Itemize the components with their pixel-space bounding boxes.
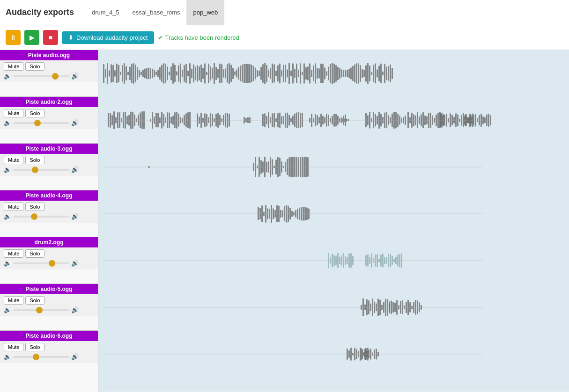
svg-rect-137 bbox=[360, 65, 361, 82]
svg-rect-29 bbox=[157, 70, 159, 77]
svg-rect-119 bbox=[326, 71, 327, 75]
play-button[interactable]: ▶ bbox=[24, 30, 39, 45]
download-button[interactable]: ⬇ Download audacity project bbox=[62, 31, 154, 44]
svg-rect-120 bbox=[328, 67, 329, 80]
svg-rect-128 bbox=[343, 70, 344, 77]
track-1-vol-low-icon: 🔈 bbox=[4, 73, 11, 80]
svg-rect-14 bbox=[129, 67, 131, 80]
svg-rect-11 bbox=[124, 63, 125, 84]
svg-rect-19 bbox=[139, 70, 140, 77]
track-5-solo[interactable]: Solo bbox=[25, 249, 44, 258]
track-6-solo[interactable]: Solo bbox=[25, 296, 44, 305]
track-3-mute[interactable]: Mute bbox=[4, 156, 23, 164]
svg-rect-55 bbox=[206, 72, 207, 75]
track-6-volume[interactable] bbox=[13, 309, 69, 311]
svg-rect-41 bbox=[180, 64, 181, 84]
track-2-solo[interactable]: Solo bbox=[25, 109, 44, 117]
track-2-controls: Mute Solo 🔈 🔊 bbox=[0, 107, 98, 129]
download-icon: ⬇ bbox=[68, 34, 74, 41]
svg-rect-117 bbox=[322, 64, 324, 83]
svg-rect-139 bbox=[363, 70, 365, 77]
track-1-volume[interactable] bbox=[13, 75, 69, 77]
waveform-track-1-bars bbox=[103, 63, 393, 84]
track-4-volume[interactable] bbox=[13, 216, 69, 218]
track-1-solo[interactable]: Solo bbox=[25, 62, 44, 71]
stop-button[interactable]: ■ bbox=[43, 30, 58, 45]
svg-rect-22 bbox=[144, 69, 146, 78]
track-6-controls: Mute Solo 🔈 🔊 bbox=[0, 294, 98, 316]
track-7-volume[interactable] bbox=[13, 356, 69, 358]
svg-rect-140 bbox=[365, 65, 367, 82]
svg-rect-50 bbox=[197, 65, 198, 81]
svg-rect-5 bbox=[112, 65, 114, 82]
svg-rect-57 bbox=[210, 66, 211, 80]
svg-rect-40 bbox=[178, 65, 179, 82]
svg-rect-18 bbox=[137, 67, 138, 80]
svg-rect-0 bbox=[103, 64, 104, 83]
svg-rect-44 bbox=[185, 64, 187, 83]
track-6-mute[interactable]: Mute bbox=[4, 296, 23, 305]
svg-rect-24 bbox=[148, 68, 149, 80]
svg-rect-133 bbox=[352, 66, 354, 81]
svg-rect-36 bbox=[170, 67, 172, 80]
tab-pop-web[interactable]: pop_web bbox=[186, 0, 224, 25]
svg-rect-46 bbox=[189, 63, 191, 83]
track-2-volume[interactable] bbox=[13, 122, 69, 124]
svg-rect-154 bbox=[392, 68, 393, 79]
svg-rect-37 bbox=[172, 63, 174, 83]
svg-rect-66 bbox=[227, 64, 228, 82]
track-5-volume[interactable] bbox=[13, 262, 69, 264]
svg-rect-97 bbox=[285, 65, 286, 82]
svg-rect-8 bbox=[118, 65, 119, 82]
track-2-mute[interactable]: Mute bbox=[4, 109, 23, 117]
svg-rect-70 bbox=[234, 72, 236, 75]
tracks-panel: Piste audio.ogg Mute Solo 🔈 🔊 Piste audi… bbox=[0, 50, 98, 392]
main: Piste audio.ogg Mute Solo 🔈 🔊 Piste audi… bbox=[0, 50, 569, 392]
svg-rect-335 bbox=[482, 116, 484, 124]
track-4-mute[interactable]: Mute bbox=[4, 203, 23, 211]
track-5-controls: Mute Solo 🔈 🔊 bbox=[0, 247, 98, 269]
tab-essai-base-roms[interactable]: essai_base_roms bbox=[126, 0, 187, 25]
track-6-vol-low-icon: 🔈 bbox=[4, 306, 11, 313]
svg-rect-105 bbox=[300, 63, 301, 84]
track-4-vol-low-icon: 🔈 bbox=[4, 213, 11, 220]
svg-rect-149 bbox=[382, 72, 384, 75]
svg-rect-16 bbox=[133, 63, 134, 84]
svg-rect-67 bbox=[229, 63, 230, 84]
svg-rect-61 bbox=[217, 69, 219, 78]
track-7-vol-low-icon: 🔈 bbox=[4, 353, 11, 360]
tab-drum-4-5[interactable]: drum_4_5 bbox=[85, 0, 126, 25]
svg-rect-72 bbox=[238, 67, 239, 80]
track-4-solo[interactable]: Solo bbox=[25, 203, 44, 211]
track-5-mute[interactable]: Mute bbox=[4, 249, 23, 258]
svg-rect-54 bbox=[204, 64, 206, 84]
svg-rect-58 bbox=[212, 68, 213, 79]
svg-rect-68 bbox=[230, 65, 232, 82]
pause-button[interactable]: ⏸ bbox=[6, 30, 21, 45]
svg-rect-85 bbox=[262, 64, 264, 82]
svg-rect-127 bbox=[341, 69, 342, 77]
track-5-vol-low-icon: 🔈 bbox=[4, 260, 11, 267]
svg-rect-118 bbox=[324, 67, 325, 79]
track-3-solo[interactable]: Solo bbox=[25, 156, 44, 164]
svg-rect-111 bbox=[311, 70, 312, 77]
svg-rect-76 bbox=[245, 64, 247, 83]
track-3-vol-low-icon: 🔈 bbox=[4, 166, 11, 173]
svg-rect-81 bbox=[255, 68, 256, 80]
stop-icon: ■ bbox=[49, 34, 52, 41]
svg-rect-79 bbox=[251, 65, 252, 82]
track-6: Piste audio-5.ogg Mute Solo 🔈 🔊 bbox=[0, 284, 98, 331]
track-3-controls: Mute Solo 🔈 🔊 bbox=[0, 154, 98, 176]
track-1-mute[interactable]: Mute bbox=[4, 62, 23, 71]
track-7-solo[interactable]: Solo bbox=[25, 343, 44, 351]
svg-rect-35 bbox=[169, 72, 170, 75]
svg-rect-38 bbox=[174, 65, 176, 82]
track-2-header: Piste audio-2.ogg bbox=[0, 97, 98, 107]
svg-rect-102 bbox=[294, 69, 296, 78]
track-4-header: Piste audio-4.ogg bbox=[0, 190, 98, 201]
track-3-volume[interactable] bbox=[13, 169, 69, 171]
svg-rect-150 bbox=[384, 64, 385, 83]
svg-rect-104 bbox=[298, 70, 299, 77]
track-2-vol-high-icon: 🔊 bbox=[71, 119, 79, 126]
track-7-mute[interactable]: Mute bbox=[4, 343, 23, 351]
